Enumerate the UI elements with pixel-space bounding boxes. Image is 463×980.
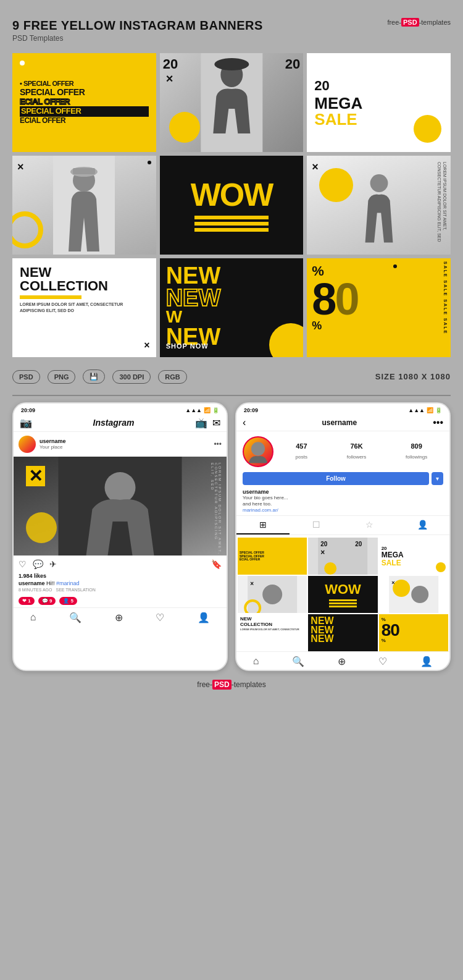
svg-text:×: ×: [250, 580, 254, 587]
posts-count: 457: [296, 442, 307, 450]
post-actions: ♡ 💬 ✈ 🔖: [14, 555, 227, 573]
follow-dropdown[interactable]: ▾: [432, 472, 443, 485]
profile-tabs: ⊞ ☐ ☆ 👤: [236, 515, 449, 535]
banner5-line1: [194, 216, 269, 219]
stat-following: 809 followings: [406, 442, 427, 461]
avatar: [19, 436, 36, 453]
add-icon[interactable]: ⊕: [115, 612, 123, 623]
follow-button[interactable]: Follow: [243, 472, 429, 485]
tv-icon[interactable]: 📺: [195, 417, 207, 429]
profile-icon-r[interactable]: 👤: [420, 656, 433, 667]
gc7-nc: NEWCOLLECTION: [240, 617, 304, 628]
bio-link[interactable]: marinad.com.ar/: [243, 507, 443, 513]
banner1-line2: SPECIAL OFFER: [20, 87, 149, 97]
svg-point-18: [262, 585, 282, 604]
post-img-cross: ✕: [26, 466, 45, 486]
time-left: 20:09: [21, 407, 35, 413]
banner1-line4: SPECIAL OFFER: [20, 106, 149, 117]
svg-point-9: [105, 472, 136, 503]
banner5-line2: [194, 222, 269, 226]
back-icon[interactable]: ‹: [243, 417, 246, 428]
home-icon[interactable]: ⌂: [30, 612, 36, 623]
following-count: 809: [406, 442, 427, 450]
banner3-mega: MEGA: [314, 95, 443, 111]
add-icon-r[interactable]: ⊕: [338, 656, 346, 667]
tab-saved[interactable]: 👤: [396, 516, 449, 534]
comment-icon[interactable]: 💬: [33, 559, 43, 569]
send-icon[interactable]: ✉: [212, 417, 220, 429]
svg-point-7: [370, 174, 388, 192]
banner6-cross: ×: [312, 161, 319, 174]
notif-badge-2: 💬 9: [38, 597, 56, 605]
bookmark-icon[interactable]: 🔖: [211, 559, 222, 569]
profile-nav: ‹ username •••: [236, 415, 449, 431]
dot-decoration: [20, 61, 25, 65]
instagram-logo: Instagram: [93, 418, 135, 428]
banner-new-collection: NEW COLLECTION LOREM IPSUM DOLOR SIT AME…: [12, 258, 156, 357]
followers-count: 76K: [347, 442, 367, 450]
tab-grid[interactable]: ⊞: [236, 516, 290, 534]
post-options[interactable]: •••: [214, 440, 222, 449]
gc8-new: NEWNEWNEW: [311, 617, 375, 643]
wifi-icon-r: 📶: [427, 407, 433, 413]
insta-nav-icons: 📺 ✉: [195, 417, 220, 429]
post-caption: username Hi!! #marinad: [14, 580, 227, 588]
banner5-lines: [194, 216, 269, 232]
banner-portrait-hat: ×: [12, 156, 156, 255]
heart-icon[interactable]: ♡: [156, 612, 164, 623]
gc9-eighty: 80: [382, 622, 446, 638]
profile-stats: 457 posts 76K followers 809 followings: [280, 442, 443, 461]
badge-png: PNG: [48, 370, 76, 384]
post-time: 8 MINUTES AGO SEE TRANSLATION: [14, 588, 227, 594]
search-icon-r[interactable]: 🔍: [292, 656, 304, 667]
banner-grid: • SPECIAL OFFER SPECIAL OFFER ECIAL OFFE…: [12, 53, 451, 357]
search-icon[interactable]: 🔍: [69, 612, 81, 623]
stat-followers: 76K followers: [347, 442, 367, 461]
profile-header: 457 posts 76K followers 809 followings: [236, 431, 449, 472]
post-img-circle: [26, 512, 57, 543]
tab-list[interactable]: ☐: [290, 516, 343, 534]
followers-label: followers: [347, 454, 367, 460]
profile-username-nav: username: [322, 418, 357, 427]
tab-tagged[interactable]: ☆: [343, 516, 396, 534]
caption-text: Hi!!: [46, 580, 56, 586]
banner1-line3: ECIAL OFFER: [20, 98, 149, 107]
insta-nav: 📷 Instagram 📺 ✉: [14, 415, 227, 432]
banner4-cross: ×: [17, 161, 24, 174]
more-options-icon[interactable]: •••: [433, 417, 443, 428]
format-section: PSD PNG 💾 300 DPI RGB SIZE 1080 X 1080: [12, 365, 451, 389]
banner8-new2: NEW: [166, 287, 298, 309]
gc3-circle: [436, 562, 446, 572]
notif-badge-3: 👤 5: [59, 597, 77, 605]
see-translation[interactable]: SEE TRANSLATION: [56, 588, 95, 592]
caption-hashtag[interactable]: #marinad: [56, 580, 80, 586]
profile-grid: SPECIAL OFFERSPECIAL OFFERECIAL OFFER 20…: [236, 538, 449, 651]
grid-cell-1: SPECIAL OFFERSPECIAL OFFERECIAL OFFER: [238, 538, 307, 575]
gc5-line2: [329, 602, 357, 604]
time-ago: 8 MINUTES AGO: [19, 588, 52, 592]
banner7-collection: COLLECTION: [20, 279, 149, 293]
grid-cell-5: WOW: [308, 576, 377, 613]
heart-icon-r[interactable]: ♡: [378, 656, 387, 667]
banner-portrait-text: × LOREM IPSUM DOLOR SIT AMET, CONSECTETU…: [307, 156, 451, 255]
camera-icon[interactable]: 📷: [20, 417, 32, 429]
banner1-line5: ECIAL OFFER: [20, 117, 149, 125]
profile-icon[interactable]: 👤: [198, 612, 210, 623]
banner6-vertical-text: LOREM IPSUM DOLOR SIT AMET, CONSECTETUR …: [436, 162, 448, 255]
banner7-yellow-bar: [20, 295, 81, 299]
banner7-lorem: LOREM IPSUM DOLOR SIT AMET, CONSECTETUR …: [20, 302, 149, 314]
like-icon[interactable]: ♡: [19, 559, 27, 569]
status-icons-left: ▲▲▲ 📶 🔋: [185, 407, 219, 413]
post-place: Your place: [40, 444, 66, 450]
home-icon-r[interactable]: ⌂: [253, 656, 259, 667]
share-icon[interactable]: ✈: [49, 559, 57, 569]
post-user-info: username Your place: [40, 438, 66, 450]
banner5-wow: WOW: [191, 179, 273, 211]
grid-cell-2: 20 20 ×: [308, 538, 377, 575]
banner6-circle: [319, 168, 353, 202]
grid-cell-4: ×: [238, 576, 307, 613]
banner7-new: NEW: [20, 266, 149, 279]
status-bar-left: 20:09 ▲▲▲ 📶 🔋: [14, 403, 227, 415]
svg-point-21: [393, 580, 410, 597]
banner1-line1: • SPECIAL OFFER: [20, 80, 149, 88]
